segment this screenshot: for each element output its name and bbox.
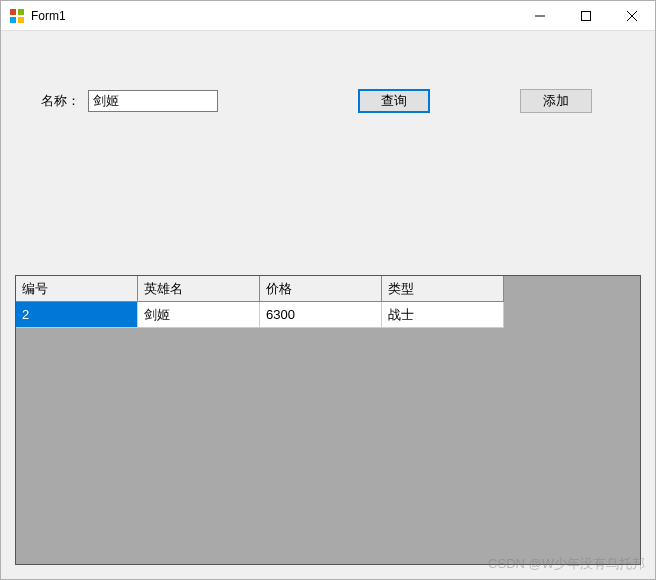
- svg-rect-0: [10, 9, 16, 15]
- grid-cell-id[interactable]: 2: [16, 302, 138, 328]
- query-button[interactable]: 查询: [358, 89, 430, 113]
- name-label: 名称：: [41, 92, 80, 110]
- svg-rect-2: [10, 17, 16, 23]
- form-body: 名称： 查询 添加 编号 英雄名 价格 类型 2 剑姬 6300 战士 CSDN…: [1, 31, 655, 579]
- svg-rect-1: [18, 9, 24, 15]
- add-button[interactable]: 添加: [520, 89, 592, 113]
- window-title: Form1: [31, 9, 517, 23]
- grid-header-price[interactable]: 价格: [260, 276, 382, 302]
- window-frame: Form1 名称： 查询 添加 编号 英雄名 价格 类型: [0, 0, 656, 580]
- grid-header-row: 编号 英雄名 价格 类型: [16, 276, 640, 302]
- grid-header-type[interactable]: 类型: [382, 276, 504, 302]
- minimize-button[interactable]: [517, 1, 563, 30]
- maximize-button[interactable]: [563, 1, 609, 30]
- name-input[interactable]: [88, 90, 218, 112]
- grid-cell-type[interactable]: 战士: [382, 302, 504, 328]
- close-button[interactable]: [609, 1, 655, 30]
- grid-cell-name[interactable]: 剑姬: [138, 302, 260, 328]
- app-icon: [9, 8, 25, 24]
- grid-header-name[interactable]: 英雄名: [138, 276, 260, 302]
- svg-rect-3: [18, 17, 24, 23]
- window-controls: [517, 1, 655, 30]
- grid-header-id[interactable]: 编号: [16, 276, 138, 302]
- svg-rect-5: [582, 11, 591, 20]
- table-row[interactable]: 2 剑姬 6300 战士: [16, 302, 640, 328]
- titlebar: Form1: [1, 1, 655, 31]
- search-row: 名称： 查询 添加: [31, 89, 625, 113]
- data-grid[interactable]: 编号 英雄名 价格 类型 2 剑姬 6300 战士: [15, 275, 641, 565]
- grid-cell-price[interactable]: 6300: [260, 302, 382, 328]
